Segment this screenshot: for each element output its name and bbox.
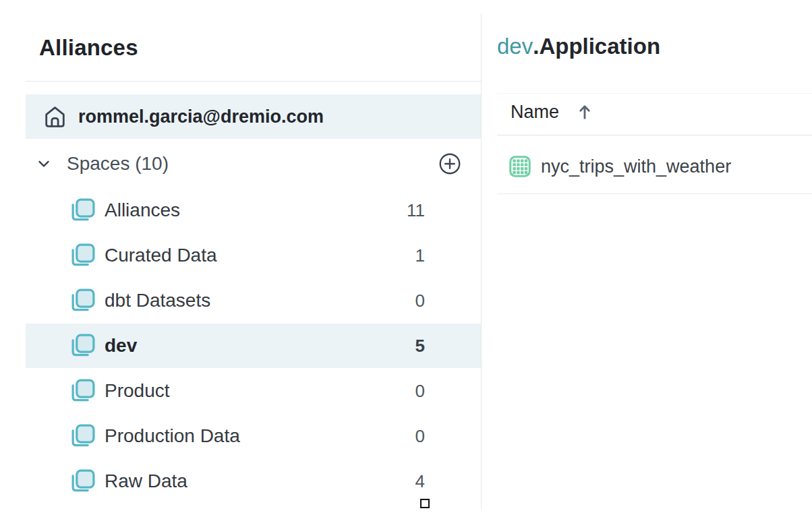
sidebar-item-alliances[interactable]: Alliances 11	[26, 188, 481, 233]
sidebar-item-dbt-datasets[interactable]: dbt Datasets 0	[26, 278, 481, 323]
home-item[interactable]: rommel.garcia@dremio.com	[26, 94, 481, 139]
dataset-name: nyc_trips_with_weather	[541, 156, 731, 177]
space-icon	[69, 287, 96, 315]
breadcrumb-entity: Application	[539, 34, 660, 59]
dataset-count-badge: 0	[415, 426, 425, 447]
breadcrumb: dev.Application	[497, 34, 660, 59]
column-header-name-label: Name	[511, 102, 559, 123]
sidebar-title-divider	[26, 81, 481, 82]
dataset-row-divider	[497, 193, 812, 194]
sidebar-item-product[interactable]: Product 0	[26, 369, 481, 413]
add-space-button[interactable]	[438, 152, 462, 176]
spaces-section-label: Spaces (10)	[67, 153, 169, 175]
sidebar-item-curated-data[interactable]: Curated Data 1	[26, 233, 481, 278]
space-icon	[69, 197, 96, 224]
plus-circle-icon	[438, 152, 461, 175]
space-name: Production Data	[105, 425, 240, 447]
dataset-count-badge: 0	[415, 291, 425, 311]
space-icon	[69, 377, 96, 405]
main-panel: dev.Application Name nyc_trips_wit	[482, 0, 812, 519]
column-header-name[interactable]: Name	[511, 98, 592, 125]
space-name: dbt Datasets	[105, 290, 210, 311]
dataset-count-badge: 11	[407, 200, 425, 221]
space-name: Alliances	[105, 200, 180, 221]
column-header-divider	[497, 135, 812, 135]
space-name: Raw Data	[105, 470, 187, 492]
space-icon	[69, 242, 96, 270]
page: { "sidebar": { "title": "Alliances", "ho…	[0, 0, 812, 519]
space-icon	[69, 468, 96, 495]
spaces-section-header[interactable]: Spaces (10)	[26, 142, 481, 186]
dataset-row[interactable]: nyc_trips_with_weather	[509, 153, 731, 180]
sidebar-item-raw-data[interactable]: Raw Data 4	[26, 459, 481, 503]
space-icon	[69, 332, 96, 360]
dataset-count-badge: 5	[415, 336, 425, 357]
dataset-grid-icon	[509, 156, 531, 177]
home-icon	[42, 104, 68, 130]
space-name: Product	[105, 380, 170, 402]
sidebar-title: Alliances	[39, 35, 138, 61]
breadcrumb-space-link[interactable]: dev	[497, 34, 533, 59]
sort-ascending-icon	[577, 103, 592, 121]
home-item-label: rommel.garcia@dremio.com	[78, 106, 324, 127]
space-name: Curated Data	[105, 245, 217, 266]
breadcrumb-separator: .	[533, 34, 539, 59]
dataset-count-badge: 1	[415, 245, 425, 266]
sidebar-panel: Alliances rommel.garcia@dremio.com Space…	[0, 0, 481, 519]
dataset-count-badge: 0	[415, 381, 425, 402]
sidebar-item-dev[interactable]: dev 5	[26, 324, 481, 368]
table-top-border	[497, 93, 812, 94]
stray-glyph-box	[420, 499, 430, 508]
space-name: dev	[105, 335, 137, 357]
dataset-count-badge: 4	[415, 471, 425, 492]
space-icon	[69, 423, 96, 450]
sidebar-item-production-data[interactable]: Production Data 0	[26, 414, 481, 458]
chevron-down-icon[interactable]	[36, 156, 52, 172]
